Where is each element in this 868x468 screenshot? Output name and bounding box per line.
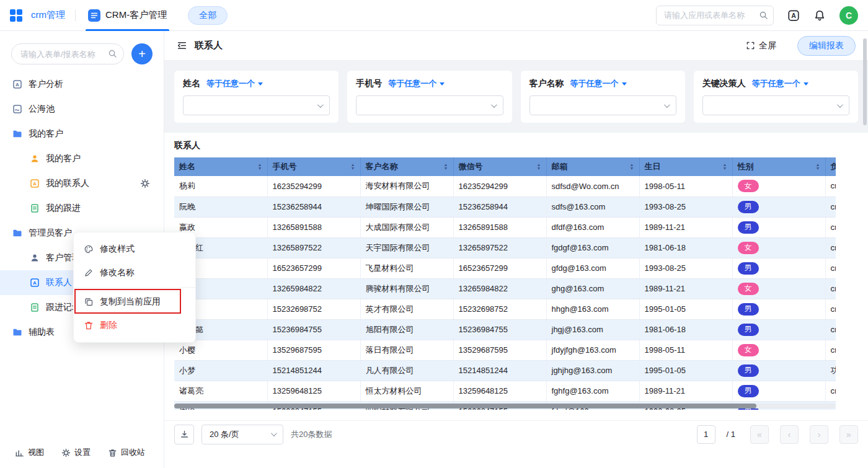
scrollbar-thumb[interactable] bbox=[174, 404, 756, 408]
filter-operator-dropdown[interactable]: 等于任意一个 bbox=[388, 78, 445, 89]
sort-icon[interactable]: ▲▼ bbox=[351, 163, 355, 170]
cell-wechat: 13259648125 bbox=[453, 381, 546, 401]
filter-operator-dropdown[interactable]: 等于任意一个 bbox=[570, 78, 627, 89]
recycle-bin-button[interactable]: 回收站 bbox=[108, 447, 145, 458]
column-header-customer[interactable]: 客户名称▲▼ bbox=[360, 157, 453, 176]
filter-label: 客户名称 bbox=[529, 78, 564, 89]
filter-value-select[interactable] bbox=[356, 95, 503, 115]
all-apps-pill[interactable]: 全部 bbox=[188, 6, 228, 25]
table-row[interactable]: 李秀红13265897522天宇国际有限公司13265897522fgdgf@1… bbox=[174, 237, 836, 258]
cell-phone: 15236258944 bbox=[267, 196, 360, 217]
sidebar-item-customer-analysis[interactable]: A 客户分析 bbox=[0, 72, 164, 97]
menu-divider bbox=[74, 287, 195, 288]
gender-badge: 女 bbox=[738, 344, 759, 356]
filter-value-select[interactable] bbox=[702, 95, 849, 115]
menu-item-delete[interactable]: 删除 bbox=[74, 314, 195, 337]
filter-operator-dropdown[interactable]: 等于任意一个 bbox=[206, 78, 263, 89]
column-label: 客户名称 bbox=[366, 161, 398, 172]
cell-customer: 大成国际有限公司 bbox=[360, 217, 453, 237]
table-row[interactable]: 杨莉16235294299海安材料有限公司16235294299sdfsd@Wo… bbox=[174, 176, 836, 196]
sidebar-item-my-followups[interactable]: 我的跟进 bbox=[0, 196, 164, 221]
prev-page-button[interactable]: ‹ bbox=[780, 425, 799, 444]
edit-report-button[interactable]: 编辑报表 bbox=[797, 36, 856, 56]
page-size-select[interactable]: 20 条/页 bbox=[202, 425, 283, 444]
menu-item-edit-style[interactable]: 修改样式 bbox=[74, 237, 195, 261]
current-page-input[interactable]: 1 bbox=[697, 425, 715, 444]
column-header-name[interactable]: 姓名▲▼ bbox=[174, 157, 267, 176]
form-icon: A bbox=[30, 179, 40, 188]
table-header-row: 姓名▲▼手机号▲▼客户名称▲▼微信号▲▼邮箱▲▼生日▲▼性别▲▼负责人▲▼ bbox=[174, 157, 836, 176]
cell-email: fgdgf@163.com bbox=[546, 237, 639, 258]
sort-icon[interactable]: ▲▼ bbox=[630, 163, 634, 170]
column-label: 性别 bbox=[738, 161, 754, 172]
cell-gender: 男 bbox=[732, 360, 825, 381]
table-row[interactable]: 小梦15214851244凡人有限公司15214851244jghjhg@163… bbox=[174, 360, 836, 381]
sort-icon[interactable]: ▲▼ bbox=[816, 163, 820, 170]
workspace-link[interactable]: crm管理 bbox=[31, 9, 65, 21]
cell-phone: 13259648125 bbox=[267, 381, 360, 401]
column-header-phone[interactable]: 手机号▲▼ bbox=[267, 157, 360, 176]
app-launcher-icon[interactable] bbox=[10, 9, 22, 22]
menu-item-label: 复制到当前应用 bbox=[100, 296, 161, 307]
horizontal-scrollbar[interactable] bbox=[174, 404, 836, 408]
sidebar-item-my-customer[interactable]: 我的客户 bbox=[0, 146, 164, 171]
table-row[interactable]: 司马懿15236984755旭阳有限公司15236984755jhgj@163.… bbox=[174, 319, 836, 340]
sidebar-item-label: 公海池 bbox=[29, 104, 55, 115]
cell-customer: 天宇国际有限公司 bbox=[360, 237, 453, 258]
fullscreen-button[interactable]: 全屏 bbox=[746, 40, 776, 51]
column-header-email[interactable]: 邮箱▲▼ bbox=[546, 157, 639, 176]
filter-value-select[interactable] bbox=[529, 95, 676, 115]
table-row[interactable]: 阮晚15236258944坤曜国际有限公司15236258944sdfs@163… bbox=[174, 196, 836, 217]
global-search-input[interactable] bbox=[656, 6, 774, 25]
cell-birthday: 1993-08-25 bbox=[639, 258, 732, 278]
table-row[interactable]: 刘伸15232698752英才有限公司15232698752hhgh@163.c… bbox=[174, 299, 836, 319]
gear-icon[interactable] bbox=[140, 179, 150, 188]
menu-item-label: 修改样式 bbox=[100, 244, 135, 255]
cell-wechat: 13529687595 bbox=[453, 340, 546, 360]
page-scrollbar[interactable] bbox=[863, 38, 867, 125]
export-download-button[interactable] bbox=[174, 425, 194, 444]
settings-label: 设置 bbox=[74, 447, 91, 458]
menu-item-rename[interactable]: 修改名称 bbox=[74, 261, 195, 285]
filter-value-select[interactable] bbox=[183, 95, 330, 115]
sidebar-footer: 视图 设置 回收站 bbox=[0, 437, 164, 468]
sidebar-item-my-contacts[interactable]: A 我的联系人 bbox=[0, 171, 164, 196]
collapse-sidebar-icon[interactable] bbox=[177, 40, 187, 51]
sidebar-item-public-pool[interactable]: 公海池 bbox=[0, 97, 164, 121]
cell-wechat: 15232698752 bbox=[453, 299, 546, 319]
tab-crm-app[interactable]: CRM-客户管理 bbox=[86, 0, 169, 31]
sort-icon[interactable]: ▲▼ bbox=[723, 163, 727, 170]
sidebar-group-my-customers[interactable]: 我的客户 bbox=[0, 121, 164, 146]
settings-button[interactable]: 设置 bbox=[61, 447, 91, 458]
sort-icon[interactable]: ▲▼ bbox=[537, 163, 541, 170]
table-row[interactable]: 小樱13529687595落日有限公司13529687595jfdyjfgh@1… bbox=[174, 340, 836, 360]
cell-owner: crm管理员 bbox=[825, 319, 836, 340]
filter-operator-dropdown[interactable]: 等于任意一个 bbox=[752, 78, 808, 89]
sort-icon[interactable]: ▲▼ bbox=[444, 163, 448, 170]
gender-badge: 男 bbox=[738, 303, 759, 316]
translate-icon[interactable]: A bbox=[787, 9, 800, 22]
table-row[interactable]: 刘邦13265984822腾骏材料有限公司13265984822ghg@163.… bbox=[174, 278, 836, 299]
sidebar-search-input[interactable] bbox=[11, 43, 124, 64]
next-page-button[interactable]: › bbox=[810, 425, 828, 444]
page-size-value: 20 条/页 bbox=[210, 429, 239, 440]
total-count: 共20条数据 bbox=[291, 429, 332, 440]
add-form-button[interactable]: + bbox=[131, 43, 153, 64]
search-icon[interactable] bbox=[108, 49, 117, 58]
views-button[interactable]: 视图 bbox=[15, 447, 44, 458]
table-row[interactable]: 李女16523657299飞星材料公司16523657299gfdg@163.c… bbox=[174, 258, 836, 278]
last-page-button[interactable]: » bbox=[839, 425, 858, 444]
first-page-button[interactable]: « bbox=[750, 425, 769, 444]
table-row[interactable]: 诸葛亮13259648125恒太方材料公司13259648125fghfg@16… bbox=[174, 381, 836, 401]
column-header-owner[interactable]: 负责人▲▼ bbox=[825, 157, 836, 176]
table-row[interactable]: 嬴政13265891588大成国际有限公司13265891588dfdf@163… bbox=[174, 217, 836, 237]
bell-icon[interactable] bbox=[813, 9, 826, 22]
avatar[interactable]: C bbox=[839, 6, 858, 25]
menu-item-copy-to-current-app[interactable]: 复制到当前应用 bbox=[74, 290, 195, 314]
column-header-gender[interactable]: 性别▲▼ bbox=[732, 157, 825, 176]
folder-icon bbox=[12, 228, 22, 238]
sort-icon[interactable]: ▲▼ bbox=[258, 163, 262, 170]
search-icon[interactable] bbox=[759, 11, 768, 20]
column-header-wechat[interactable]: 微信号▲▼ bbox=[453, 157, 546, 176]
column-header-birthday[interactable]: 生日▲▼ bbox=[639, 157, 732, 176]
